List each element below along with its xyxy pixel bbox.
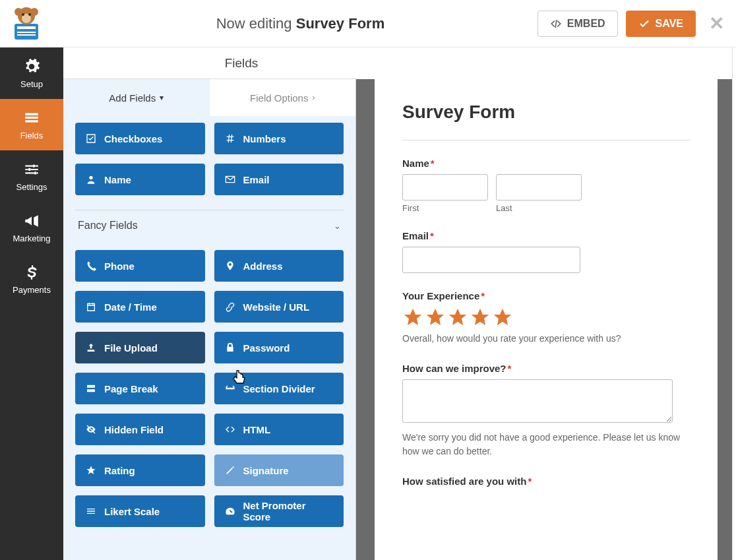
field-file-upload[interactable]: File Upload bbox=[75, 332, 205, 363]
field-hidden-field[interactable]: Hidden Field bbox=[75, 414, 205, 445]
form-title: Survey Form bbox=[402, 102, 690, 140]
form-preview: Survey Form Name* First Last Email* Your… bbox=[356, 47, 736, 560]
svg-point-9 bbox=[15, 8, 22, 16]
field-signature[interactable]: Signature bbox=[214, 454, 344, 486]
field-experience[interactable]: Your Experience* Overall, how would you … bbox=[402, 290, 690, 346]
field-name[interactable]: Name bbox=[75, 164, 205, 195]
save-button[interactable]: SAVE bbox=[626, 11, 696, 37]
field-checkboxes[interactable]: Checkboxes bbox=[75, 123, 205, 154]
fancy-fields-header[interactable]: Fancy Fields⌄ bbox=[75, 210, 344, 241]
field-net-promoter-score[interactable]: Net Promoter Score bbox=[214, 495, 344, 527]
embed-icon bbox=[550, 18, 562, 30]
last-name-input[interactable] bbox=[496, 174, 582, 201]
nav-setup[interactable]: Setup bbox=[0, 47, 63, 99]
code-icon bbox=[225, 424, 235, 435]
tab-add-fields[interactable]: Add Fields▾ bbox=[63, 79, 210, 116]
field-email[interactable]: Email* bbox=[402, 230, 690, 273]
field-satisfied[interactable]: How satisfied are you with* bbox=[402, 476, 690, 487]
lock-icon bbox=[225, 342, 235, 353]
field-improve[interactable]: How can we improve?* We're sorry you did… bbox=[402, 363, 690, 458]
svg-rect-5 bbox=[17, 26, 36, 29]
field-email[interactable]: Email bbox=[214, 164, 344, 195]
divider-icon bbox=[225, 383, 235, 394]
field-rating[interactable]: Rating bbox=[75, 454, 205, 486]
check-icon bbox=[86, 133, 96, 144]
mail-icon bbox=[225, 174, 235, 185]
field-website-url[interactable]: Website / URL bbox=[214, 291, 344, 323]
link-icon bbox=[225, 301, 235, 312]
cal-icon bbox=[86, 301, 96, 312]
field-html[interactable]: HTML bbox=[214, 414, 344, 445]
email-input[interactable] bbox=[402, 247, 580, 273]
field-numbers[interactable]: Numbers bbox=[214, 123, 344, 154]
field-section-divider[interactable]: Section Divider bbox=[214, 373, 344, 404]
user-icon bbox=[86, 174, 96, 185]
nav-settings[interactable]: Settings bbox=[0, 150, 63, 202]
star-icon[interactable] bbox=[425, 307, 446, 328]
list-icon bbox=[23, 109, 40, 127]
field-date-time[interactable]: Date / Time bbox=[75, 291, 205, 323]
embed-button[interactable]: EMBED bbox=[537, 11, 618, 37]
left-nav: Setup Fields Settings Marketing Payments bbox=[0, 47, 63, 560]
field-phone[interactable]: Phone bbox=[75, 250, 205, 282]
star-icon[interactable] bbox=[447, 307, 468, 328]
field-password[interactable]: Password bbox=[214, 332, 344, 363]
chevron-down-icon: ▾ bbox=[160, 93, 164, 102]
editing-title: Now editing Survey Form bbox=[63, 15, 537, 32]
improve-textarea[interactable] bbox=[402, 379, 673, 423]
app-logo bbox=[7, 5, 46, 42]
field-name[interactable]: Name* First Last bbox=[402, 158, 690, 213]
bullhorn-icon bbox=[23, 212, 40, 230]
star-icon bbox=[86, 465, 96, 476]
email-label: Email* bbox=[402, 230, 690, 241]
dollar-icon bbox=[23, 264, 40, 281]
eye-icon bbox=[86, 424, 96, 435]
name-label: Name* bbox=[402, 158, 690, 169]
chevron-down-icon: ⌄ bbox=[334, 221, 341, 231]
gauge-icon bbox=[225, 506, 235, 516]
fields-panel: Fields Add Fields▾ Field Options› Checkb… bbox=[63, 47, 356, 560]
star-icon[interactable] bbox=[470, 307, 491, 328]
bars-icon bbox=[86, 506, 96, 516]
field-page-break[interactable]: Page Break bbox=[75, 373, 205, 404]
chevron-right-icon: › bbox=[312, 93, 315, 102]
phone-icon bbox=[86, 261, 96, 271]
tab-field-options[interactable]: Field Options› bbox=[210, 79, 356, 116]
svg-point-13 bbox=[28, 13, 31, 16]
field-address[interactable]: Address bbox=[214, 250, 344, 282]
first-name-input[interactable] bbox=[402, 174, 488, 201]
close-button[interactable]: ✕ bbox=[709, 13, 724, 34]
nav-marketing[interactable]: Marketing bbox=[0, 202, 63, 253]
pencil-icon bbox=[225, 465, 235, 476]
star-icon[interactable] bbox=[492, 307, 513, 328]
gear-icon bbox=[23, 58, 40, 75]
star-icon[interactable] bbox=[402, 307, 423, 328]
break-icon bbox=[86, 383, 96, 394]
star-rating[interactable] bbox=[402, 307, 690, 328]
pin-icon bbox=[225, 261, 235, 271]
svg-point-12 bbox=[22, 13, 24, 16]
check-icon bbox=[638, 18, 650, 30]
nav-fields[interactable]: Fields bbox=[0, 99, 63, 150]
sliders-icon bbox=[23, 161, 40, 178]
field-likert-scale[interactable]: Likert Scale bbox=[75, 495, 205, 527]
top-bar: Now editing Survey Form EMBED SAVE ✕ bbox=[0, 0, 736, 47]
hash-icon bbox=[225, 133, 235, 144]
upload-icon bbox=[86, 342, 96, 353]
svg-point-10 bbox=[30, 8, 38, 16]
nav-payments[interactable]: Payments bbox=[0, 253, 63, 305]
svg-rect-7 bbox=[17, 34, 36, 36]
svg-rect-6 bbox=[17, 32, 36, 33]
